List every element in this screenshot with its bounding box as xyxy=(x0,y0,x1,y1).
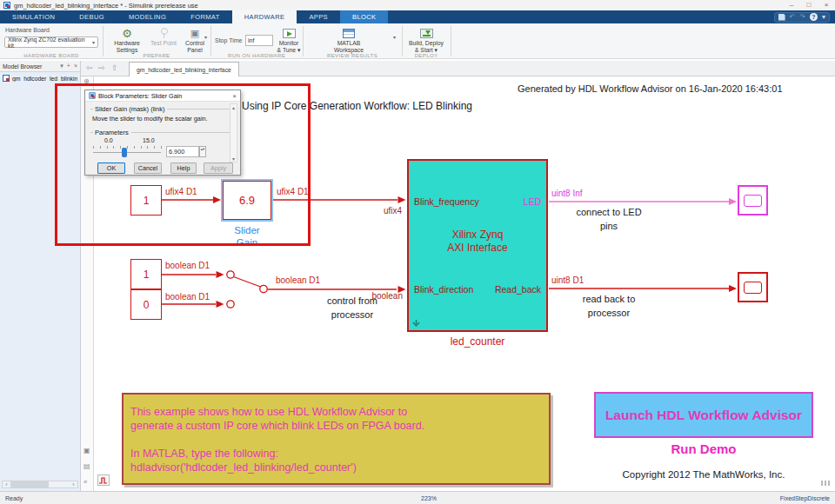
block-parameters-dialog[interactable]: Block Parameters: Slider Gain × Slider G… xyxy=(84,90,241,176)
value-spinner[interactable]: ▴▾ xyxy=(199,146,206,157)
parameters-label: Parameters xyxy=(95,129,129,136)
switch-output[interactable] xyxy=(260,285,267,292)
slider-ticks xyxy=(93,146,161,149)
slider-min-label: 0.0 xyxy=(104,137,113,143)
example-note-box[interactable]: This example shows how to use HDL Workfl… xyxy=(122,393,551,485)
port-led: LED xyxy=(524,196,541,207)
gain-value-input[interactable] xyxy=(166,146,199,157)
arrowhead xyxy=(729,285,737,292)
cancel-button[interactable]: Cancel xyxy=(134,162,162,174)
switch-contact-bottom[interactable] xyxy=(227,301,234,308)
slider-track[interactable] xyxy=(93,152,161,153)
switch-contact-top[interactable] xyxy=(227,271,234,278)
axi-interface-block[interactable]: Blink_frequency LED Xilinx Zynq AXI Inte… xyxy=(407,159,548,332)
help-button[interactable]: Help xyxy=(170,162,197,174)
scroll-up-icon[interactable]: ▴ xyxy=(232,105,235,110)
dialog-title: Block Parameters: Slider Gain xyxy=(98,92,182,100)
simulink-dialog-icon xyxy=(89,92,95,98)
scroll-down-icon[interactable]: ▾ xyxy=(230,156,237,162)
mask-header-label: Slider Gain (mask) (link) xyxy=(95,105,164,113)
parameters-header: Parameters xyxy=(90,129,230,136)
apply-button[interactable]: Apply xyxy=(204,162,233,174)
arrowhead xyxy=(729,198,737,205)
arrowhead xyxy=(398,196,406,203)
port-read-back: Read_back xyxy=(495,284,541,295)
dialog-titlebar[interactable]: Block Parameters: Slider Gain × xyxy=(85,90,240,102)
mask-header: Slider Gain (mask) (link) xyxy=(90,105,230,113)
dialog-close-icon[interactable]: × xyxy=(232,92,237,100)
arrowhead xyxy=(217,271,224,278)
arrowhead xyxy=(398,286,406,293)
ok-button[interactable]: OK xyxy=(97,162,125,174)
subsystem-arrow-icon[interactable] xyxy=(412,320,420,328)
axi-block-name: Xilinx Zynq AXI Interface xyxy=(409,229,546,255)
arrowhead xyxy=(217,301,224,308)
port-blink-direction: Blink_direction xyxy=(414,284,473,295)
slider-thumb[interactable] xyxy=(122,148,127,157)
switch-lever[interactable] xyxy=(234,277,261,288)
launch-hdl-workflow-button[interactable]: Launch HDL Workflow Advisor xyxy=(594,392,813,438)
slider-max-label: 15.0 xyxy=(143,137,155,143)
dialog-scrollbar[interactable]: ▴ ▾ xyxy=(230,103,237,162)
dialog-description: Move the slider to modify the scalar gai… xyxy=(92,115,208,123)
launch-button-label: Launch HDL Workflow Advisor xyxy=(605,408,802,423)
port-blink-frequency: Blink_frequency xyxy=(414,196,479,207)
